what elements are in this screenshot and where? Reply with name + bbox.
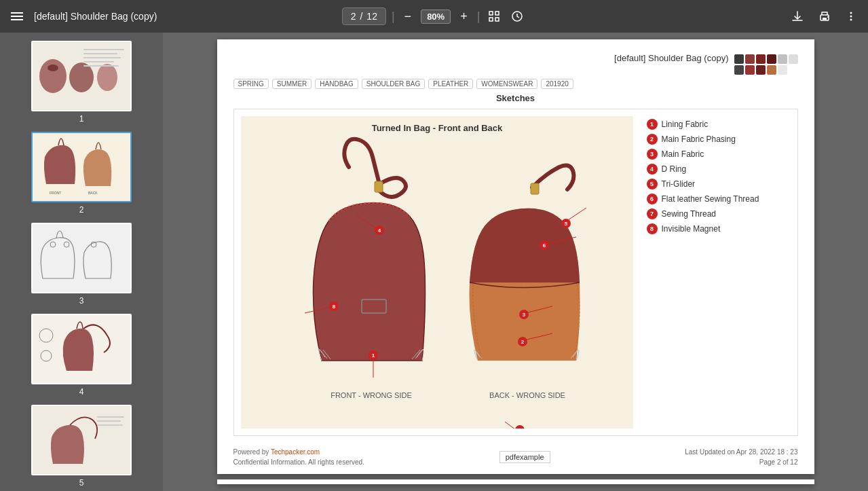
- svg-text:5: 5: [564, 221, 567, 227]
- svg-rect-53: [531, 183, 539, 194]
- main-area: 1 FRONT BACK 2: [0, 33, 868, 491]
- swatch-6: [789, 54, 798, 64]
- svg-text:8: 8: [332, 304, 335, 310]
- page-header: [default] Shoulder Bag (copy): [233, 53, 798, 75]
- svg-text:2: 2: [521, 339, 524, 345]
- svg-rect-20: [83, 65, 119, 67]
- tag-pleather: PLEATHER: [428, 79, 473, 89]
- legend-item-2: 2 Main Fabric Phasing: [647, 134, 785, 145]
- legend-label-5: Tri-Glider: [662, 179, 696, 189]
- legend-item-7: 7 Sewing Thread: [647, 208, 785, 219]
- svg-point-7: [827, 16, 829, 18]
- header-right: [default] Shoulder Bag (copy): [614, 53, 797, 75]
- svg-rect-34: [97, 424, 123, 426]
- sketch-panel: Turned In Bag - Front and Back: [241, 116, 633, 429]
- svg-text:4: 4: [377, 228, 381, 234]
- thumbnail-page-2[interactable]: FRONT BACK 2: [5, 132, 157, 215]
- tag-shoulder-bag: SHOULDER BAG: [362, 79, 425, 89]
- legend-num-5: 5: [647, 179, 658, 189]
- thumb-frame-2: FRONT BACK: [31, 132, 132, 202]
- svg-text:BACK: BACK: [88, 191, 98, 195]
- legend-num-1: 1: [647, 119, 658, 130]
- swatch-11: [778, 65, 787, 75]
- svg-rect-2: [489, 18, 493, 21]
- techpacker-link[interactable]: Techpacker.com: [271, 448, 320, 456]
- svg-rect-0: [489, 12, 493, 15]
- svg-rect-1: [495, 12, 499, 15]
- svg-text:Turned In Bag - Front and Back: Turned In Bag - Front and Back: [371, 123, 502, 133]
- legend-item-5: 5 Tri-Glider: [647, 179, 785, 189]
- fit-page-button[interactable]: [485, 7, 503, 25]
- menu-icon[interactable]: [8, 10, 26, 23]
- legend-panel: 1 Lining Fabric 2 Main Fabric Phasing 3 …: [641, 116, 791, 429]
- legend-label-7: Sewing Thread: [662, 209, 717, 219]
- footer-right: Last Updated on Apr 28, 2022 18 : 23 Pag…: [685, 447, 797, 467]
- tag-season-code: 201920: [541, 79, 573, 89]
- svg-rect-24: [33, 224, 130, 292]
- legend-item-3: 3 Main Fabric: [647, 149, 785, 160]
- thumbnail-page-3[interactable]: 3: [5, 223, 157, 306]
- pdf-page-2: [default] Shoulder Bag (copy): [217, 39, 814, 474]
- confidential-text: Confidential Information. All rights res…: [233, 457, 364, 467]
- zoom-display[interactable]: 80%: [421, 10, 451, 24]
- thumb-sketch-3: [33, 224, 130, 292]
- section-title: Sketches: [233, 93, 798, 103]
- legend-label-3: Main Fabric: [662, 149, 704, 159]
- page-indicator: 2 / 12: [342, 7, 386, 25]
- thumb-sketch-2: FRONT BACK: [33, 133, 130, 201]
- sidebar: 1 FRONT BACK 2: [0, 33, 163, 491]
- toolbar-left: [default] Shoulder Bag (copy): [8, 10, 335, 23]
- page-info: Page 2 of 12: [685, 457, 797, 467]
- svg-rect-18: [83, 57, 121, 58]
- color-swatches-group: [734, 53, 798, 75]
- svg-point-14: [69, 62, 94, 92]
- thumbnail-page-5[interactable]: 5: [5, 405, 157, 488]
- separator-1: |: [392, 10, 395, 24]
- thumb-sketch-4: [33, 315, 130, 383]
- current-page: 2: [351, 11, 356, 22]
- pdf-area[interactable]: [default] Shoulder Bag (copy): [163, 33, 868, 491]
- thumb-label-1: 1: [79, 114, 84, 124]
- more-options-button[interactable]: [842, 7, 860, 25]
- swatch-5: [778, 54, 787, 64]
- svg-text:FRONT - WRONG SIDE: FRONT - WRONG SIDE: [331, 391, 412, 399]
- tag-womenswear: WOMENSWEAR: [476, 79, 537, 89]
- pdf-page-3-partial: [217, 479, 814, 484]
- download-button[interactable]: [788, 7, 807, 26]
- svg-rect-37: [375, 181, 383, 192]
- thumb-sketch-5: [33, 406, 130, 474]
- color-swatches: [734, 54, 798, 64]
- svg-point-9: [850, 16, 852, 18]
- svg-rect-3: [495, 18, 499, 21]
- footer-left: Powered by Techpacker.com Confidential I…: [233, 447, 364, 467]
- svg-text:7: 7: [518, 427, 521, 429]
- svg-text:FRONT: FRONT: [50, 191, 61, 195]
- svg-text:6: 6: [542, 242, 546, 249]
- thumb-label-4: 4: [79, 387, 84, 397]
- legend-item-1: 1 Lining Fabric: [647, 119, 785, 130]
- toolbar-right: [533, 7, 860, 26]
- thumbnail-page-4[interactable]: 4: [5, 314, 157, 397]
- svg-text:BACK - WRONG SIDE: BACK - WRONG SIDE: [489, 391, 565, 399]
- legend-label-8: Invisible Magnet: [662, 224, 721, 234]
- toolbar: [default] Shoulder Bag (copy) 2 / 12 | −…: [0, 0, 868, 33]
- svg-rect-16: [83, 49, 124, 50]
- svg-point-8: [850, 12, 852, 14]
- thumb-frame-4: [31, 314, 132, 384]
- print-button[interactable]: [815, 7, 834, 26]
- svg-text:3: 3: [522, 312, 525, 318]
- thumb-frame-3: [31, 223, 132, 293]
- thumbnail-page-1[interactable]: 1: [5, 41, 157, 124]
- svg-rect-17: [83, 53, 117, 54]
- svg-point-12: [39, 59, 67, 93]
- svg-rect-32: [97, 416, 124, 418]
- swatch-7: [734, 65, 744, 75]
- zoom-out-button[interactable]: −: [400, 8, 416, 25]
- color-swatches-row2: [734, 65, 798, 75]
- zoom-in-button[interactable]: +: [456, 8, 472, 25]
- thumb-sketch-1: [33, 42, 130, 110]
- legend-label-1: Lining Fabric: [662, 120, 709, 129]
- swatch-3: [756, 54, 766, 64]
- bag-illustration-svg: Turned In Bag - Front and Back: [241, 116, 633, 429]
- history-button[interactable]: [508, 7, 526, 25]
